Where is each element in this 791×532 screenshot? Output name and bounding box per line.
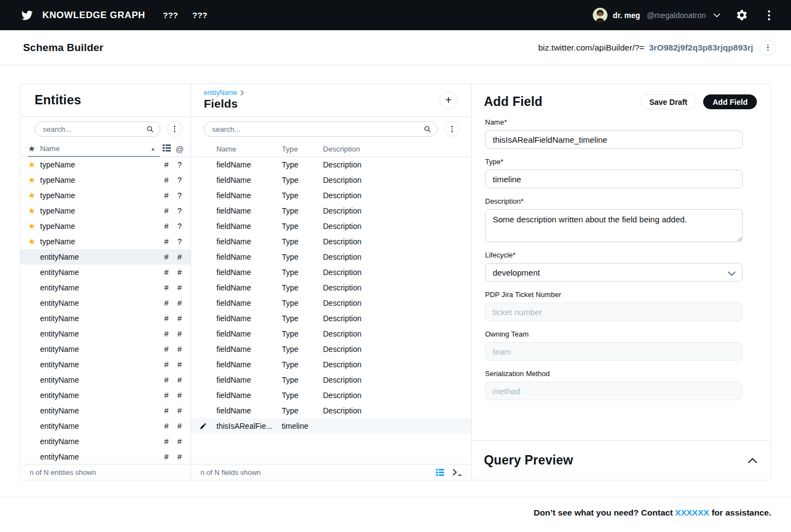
- field-row[interactable]: fieldNameTypeDescription: [191, 295, 471, 311]
- entity-row[interactable]: ★typeName#?: [20, 157, 191, 172]
- team-field[interactable]: [485, 342, 743, 361]
- field-row[interactable]: thisIsARealFie...timeline: [191, 418, 471, 434]
- overflow-menu-icon[interactable]: [768, 10, 770, 20]
- gear-icon[interactable]: [736, 9, 748, 21]
- entity-row[interactable]: entityName##: [20, 372, 191, 388]
- star-icon[interactable]: ★: [28, 206, 40, 216]
- entity-count-1: #: [160, 176, 173, 184]
- field-row[interactable]: fieldNameTypeDescription: [191, 203, 471, 219]
- field-type: timeline: [282, 422, 323, 430]
- breadcrumb-entity[interactable]: entityName: [204, 89, 237, 97]
- star-icon[interactable]: ★: [28, 191, 40, 200]
- description-field[interactable]: Some description written about the field…: [485, 209, 743, 242]
- field-row[interactable]: fieldNameTypeDescription: [191, 357, 471, 372]
- entity-row[interactable]: entityName##: [20, 388, 191, 403]
- entity-row[interactable]: entityName##: [20, 449, 191, 464]
- field-name: fieldName: [216, 345, 282, 354]
- entity-row[interactable]: entityName##: [20, 249, 191, 265]
- field-row[interactable]: fieldNameTypeDescription: [191, 341, 471, 357]
- entity-row[interactable]: entityName##: [20, 295, 191, 311]
- fields-search-input[interactable]: [212, 125, 424, 133]
- lifecycle-select[interactable]: development: [485, 263, 743, 282]
- entity-count-2: ?: [173, 206, 186, 215]
- avatar[interactable]: [593, 8, 608, 23]
- page-title: Schema Builder: [23, 42, 103, 54]
- entity-name: entityName: [40, 422, 160, 430]
- fields-menu-button[interactable]: [444, 121, 460, 137]
- star-icon[interactable]: ★: [28, 160, 40, 170]
- serialization-field[interactable]: [485, 382, 743, 400]
- star-column-icon[interactable]: ★: [28, 144, 40, 154]
- entity-count-1: #: [160, 222, 173, 231]
- entities-menu-button[interactable]: [167, 121, 182, 137]
- list-column-icon[interactable]: [160, 144, 173, 153]
- entity-row[interactable]: entityName##: [20, 265, 191, 280]
- name-column-sort[interactable]: ★ Name ▲: [28, 141, 160, 157]
- chevron-down-icon[interactable]: [714, 13, 720, 18]
- entity-row[interactable]: entityName##: [20, 341, 191, 357]
- field-row[interactable]: fieldNameTypeDescription: [191, 172, 471, 188]
- entity-row[interactable]: entityName##: [20, 403, 191, 418]
- nav-item-2[interactable]: ???: [192, 10, 208, 20]
- field-name: fieldName: [216, 360, 282, 369]
- add-field-plus-button[interactable]: +: [439, 91, 458, 109]
- field-description: Description: [323, 176, 471, 184]
- search-icon: [424, 125, 431, 133]
- fields-search[interactable]: [204, 121, 438, 137]
- field-row[interactable]: fieldNameTypeDescription: [191, 265, 471, 280]
- footer-contact-link[interactable]: XXXXXX: [675, 508, 709, 518]
- type-field[interactable]: [485, 170, 743, 188]
- entity-row[interactable]: ★typeName#?: [20, 172, 191, 188]
- ticket-field[interactable]: [485, 303, 743, 321]
- star-icon[interactable]: ★: [28, 175, 40, 185]
- url-menu-button[interactable]: [760, 40, 776, 56]
- field-row[interactable]: fieldNameTypeDescription: [191, 280, 471, 295]
- field-row[interactable]: fieldNameTypeDescription: [191, 219, 471, 234]
- field-name: fieldName: [216, 314, 282, 323]
- entity-row[interactable]: entityName##: [20, 311, 191, 326]
- field-row[interactable]: fieldNameTypeDescription: [191, 388, 471, 403]
- name-field[interactable]: [485, 130, 743, 149]
- pencil-icon[interactable]: [199, 422, 210, 430]
- entity-row[interactable]: ★typeName#?: [20, 219, 191, 234]
- entity-row[interactable]: entityName##: [20, 326, 191, 341]
- field-row[interactable]: fieldNameTypeDescription: [191, 157, 471, 172]
- user-name[interactable]: dr. meg: [613, 11, 640, 20]
- nav-item-1[interactable]: ???: [163, 10, 179, 20]
- fields-col-name[interactable]: Name: [216, 145, 282, 153]
- entities-col-name[interactable]: Name: [40, 144, 60, 153]
- entity-row[interactable]: ★typeName#?: [20, 234, 191, 249]
- field-row[interactable]: fieldNameTypeDescription: [191, 234, 471, 249]
- star-icon[interactable]: ★: [28, 237, 40, 247]
- field-type: Type: [282, 299, 323, 307]
- field-row[interactable]: fieldNameTypeDescription: [191, 326, 471, 341]
- field-row[interactable]: fieldNameTypeDescription: [191, 188, 471, 203]
- chevron-up-icon[interactable]: [748, 458, 757, 463]
- search-icon: [146, 125, 154, 133]
- top-nav: ??? ???: [163, 10, 208, 20]
- serialization-label: Serialization Method: [485, 369, 743, 378]
- brand[interactable]: KNOWLEDGE GRAPH: [20, 9, 146, 21]
- field-row[interactable]: fieldNameTypeDescription: [191, 311, 471, 326]
- table-view-icon[interactable]: [436, 469, 444, 476]
- fields-col-description[interactable]: Description: [323, 145, 471, 153]
- entity-row[interactable]: ★typeName#?: [20, 203, 191, 219]
- entities-search-input[interactable]: [43, 125, 146, 133]
- entity-row[interactable]: entityName##: [20, 357, 191, 372]
- entity-row[interactable]: entityName##: [20, 280, 191, 295]
- field-row[interactable]: fieldNameTypeDescription: [191, 372, 471, 388]
- at-column-icon[interactable]: @: [173, 144, 186, 154]
- fields-col-type[interactable]: Type: [282, 145, 323, 153]
- add-field-button[interactable]: Add Field: [703, 94, 757, 109]
- entities-search[interactable]: [35, 121, 160, 137]
- field-row[interactable]: fieldNameTypeDescription: [191, 403, 471, 418]
- entity-count-1: #: [160, 268, 173, 277]
- terminal-icon[interactable]: [453, 469, 462, 476]
- entity-row[interactable]: ★typeName#?: [20, 188, 191, 203]
- save-draft-button[interactable]: Save Draft: [640, 94, 697, 109]
- star-icon[interactable]: ★: [28, 221, 40, 231]
- entity-row[interactable]: entityName##: [20, 418, 191, 434]
- field-row[interactable]: fieldNameTypeDescription: [191, 249, 471, 265]
- entity-row[interactable]: entityName##: [20, 434, 191, 449]
- kebab-icon: [767, 44, 769, 51]
